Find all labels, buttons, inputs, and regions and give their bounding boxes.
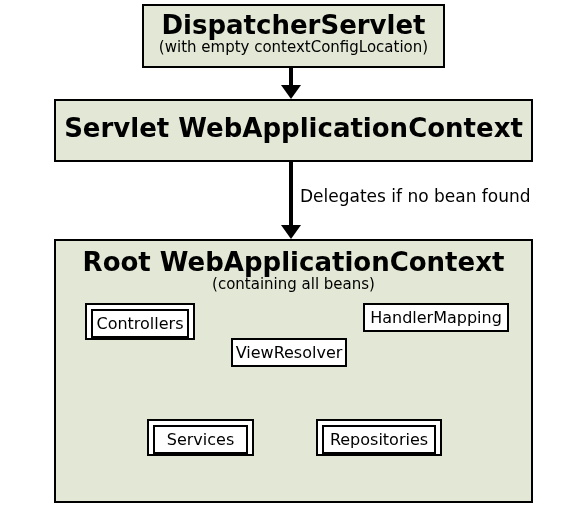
root-context-box: Root WebApplicationContext (containing a… bbox=[54, 239, 533, 503]
services-label: Services bbox=[167, 430, 234, 449]
services-box: Services bbox=[153, 425, 248, 454]
arrow-head-2 bbox=[281, 225, 301, 239]
root-sub: (containing all beans) bbox=[56, 275, 531, 293]
root-title: Root WebApplicationContext bbox=[56, 247, 531, 277]
servlet-context-box: Servlet WebApplicationContext bbox=[54, 99, 533, 162]
dispatcher-box: DispatcherServlet (with empty contextCon… bbox=[142, 4, 445, 68]
servlet-context-title: Servlet WebApplicationContext bbox=[56, 101, 531, 156]
handlermapping-label: HandlerMapping bbox=[370, 308, 502, 327]
handlermapping-box: HandlerMapping bbox=[363, 303, 509, 332]
viewresolver-box: ViewResolver bbox=[231, 338, 347, 367]
arrow-head-1 bbox=[281, 85, 301, 99]
controllers-label: Controllers bbox=[96, 314, 183, 333]
dispatcher-title: DispatcherServlet bbox=[144, 10, 443, 40]
viewresolver-label: ViewResolver bbox=[236, 343, 343, 362]
arrow-line-2 bbox=[289, 160, 293, 228]
delegates-label: Delegates if no bean found bbox=[300, 186, 531, 206]
repositories-label: Repositories bbox=[330, 430, 428, 449]
controllers-box: Controllers bbox=[91, 309, 189, 338]
repositories-box: Repositories bbox=[322, 425, 436, 454]
dispatcher-sub: (with empty contextConfigLocation) bbox=[144, 38, 443, 56]
